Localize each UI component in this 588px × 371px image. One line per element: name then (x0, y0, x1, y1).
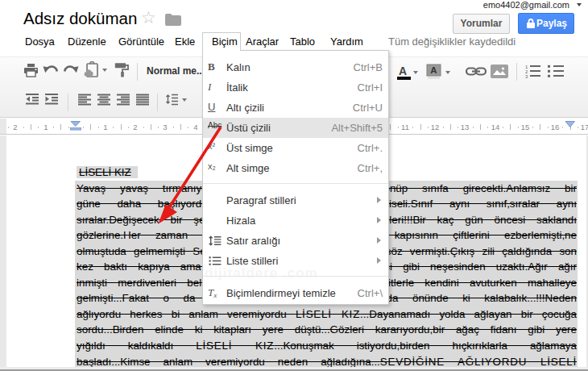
svg-text:A: A (430, 65, 437, 75)
svg-text:3: 3 (525, 74, 528, 78)
